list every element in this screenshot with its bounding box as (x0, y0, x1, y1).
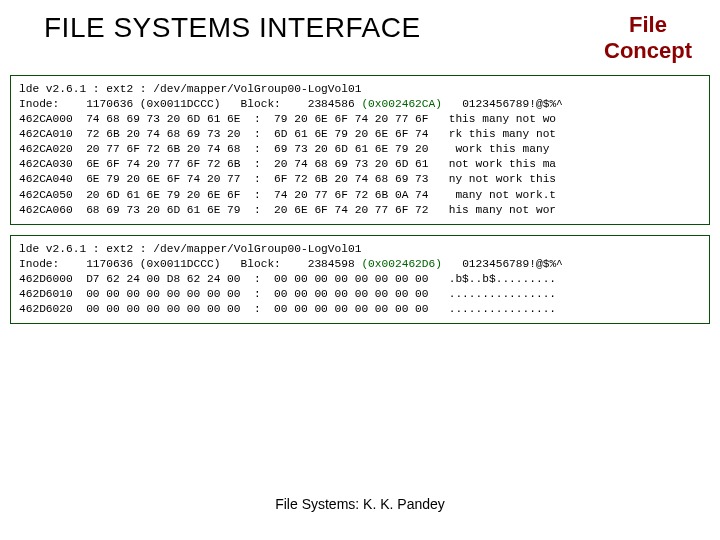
hex-row: 462CA050 20 6D 61 6E 79 20 6E 6F : 74 20… (19, 188, 701, 203)
page-title: FILE SYSTEMS INTERFACE (44, 12, 421, 44)
dump-header-line: lde v2.6.1 : ext2 : /dev/mapper/VolGroup… (19, 242, 701, 257)
block-hex-highlight: (0x002462D6) (361, 258, 442, 270)
side-title-line1: File (629, 12, 667, 37)
dump-info-line: Inode: 1170636 (0x0011DCCC) Block: 23845… (19, 257, 701, 272)
header: FILE SYSTEMS INTERFACE File Concept (0, 0, 720, 69)
block-hex-highlight: (0x002462CA) (361, 98, 442, 110)
hex-row: 462CA030 6E 6F 74 20 77 6F 72 6B : 20 74… (19, 157, 701, 172)
hex-row: 462CA000 74 68 69 73 20 6D 61 6E : 79 20… (19, 112, 701, 127)
dump-header-line: lde v2.6.1 : ext2 : /dev/mapper/VolGroup… (19, 82, 701, 97)
section-title: File Concept (604, 12, 692, 65)
hex-row: 462CA010 72 6B 20 74 68 69 73 20 : 6D 61… (19, 127, 701, 142)
hex-row: 462D6000 D7 62 24 00 D8 62 24 00 : 00 00… (19, 272, 701, 287)
dump-info-line: Inode: 1170636 (0x0011DCCC) Block: 23845… (19, 97, 701, 112)
hex-row: 462CA020 20 77 6F 72 6B 20 74 68 : 69 73… (19, 142, 701, 157)
hex-row: 462D6020 00 00 00 00 00 00 00 00 : 00 00… (19, 302, 701, 317)
hexdump-block-1: lde v2.6.1 : ext2 : /dev/mapper/VolGroup… (10, 75, 710, 225)
side-title-line2: Concept (604, 38, 692, 63)
hex-row: 462CA060 68 69 73 20 6D 61 6E 79 : 20 6E… (19, 203, 701, 218)
footer-text: File Systems: K. K. Pandey (0, 496, 720, 512)
hex-row: 462D6010 00 00 00 00 00 00 00 00 : 00 00… (19, 287, 701, 302)
hex-row: 462CA040 6E 79 20 6E 6F 74 20 77 : 6F 72… (19, 172, 701, 187)
hexdump-block-2: lde v2.6.1 : ext2 : /dev/mapper/VolGroup… (10, 235, 710, 325)
